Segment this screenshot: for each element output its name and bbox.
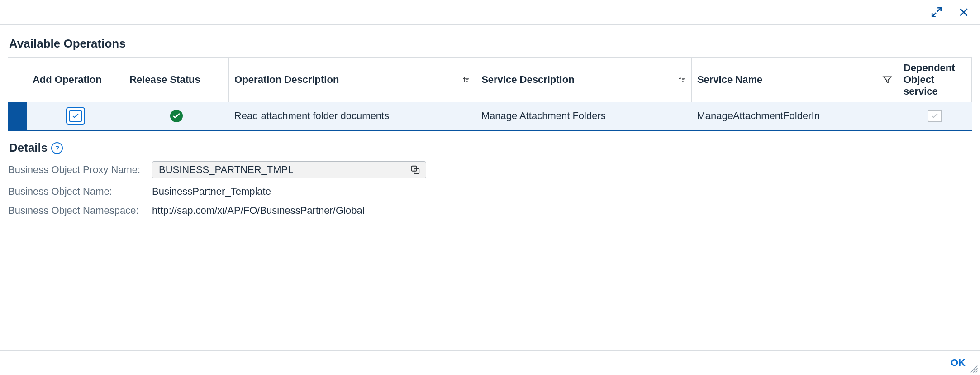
dialog: Available Operations Add Operation Relea…: [0, 0, 980, 375]
label-object-namespace: Business Object Namespace:: [8, 205, 144, 216]
row-selection-indicator[interactable]: [8, 102, 27, 130]
dialog-footer: OK: [0, 350, 980, 375]
col-release-status[interactable]: Release Status: [124, 58, 229, 102]
close-icon[interactable]: [957, 6, 970, 19]
cell-release-status: [124, 102, 229, 130]
value-object-namespace: http://sap.com/xi/AP/FO/BusinessPartner/…: [152, 205, 365, 216]
operations-table: Add Operation Release Status Operation D…: [8, 57, 972, 131]
col-select: [8, 58, 27, 102]
value-help-icon[interactable]: [409, 164, 421, 176]
col-dependent-object-service[interactable]: Dependent Object service: [898, 58, 971, 102]
col-operation-description[interactable]: Operation Description: [229, 58, 476, 102]
details-section-header: Details ?: [9, 141, 972, 155]
dialog-body: Available Operations Add Operation Relea…: [0, 25, 980, 350]
resize-handle[interactable]: [969, 364, 979, 374]
filter-icon[interactable]: [882, 75, 892, 85]
available-operations-title: Available Operations: [9, 37, 972, 51]
help-icon[interactable]: ?: [51, 142, 63, 154]
row-object-name: Business Object Name: BusinessPartner_Te…: [8, 186, 972, 197]
table-row[interactable]: Read attachment folder documents Manage …: [8, 102, 972, 130]
dependent-object-checkbox: [928, 110, 942, 122]
col-add-operation[interactable]: Add Operation: [27, 58, 124, 102]
cell-dependent-object: [898, 102, 971, 130]
label-object-name: Business Object Name:: [8, 186, 144, 197]
cell-service-description: Manage Attachment Folders: [476, 102, 692, 130]
cell-service-name: ManageAttachmentFolderIn: [691, 102, 898, 130]
col-service-description[interactable]: Service Description: [476, 58, 692, 102]
status-released-icon: [170, 110, 183, 122]
row-object-namespace: Business Object Namespace: http://sap.co…: [8, 205, 972, 216]
label-proxy-name: Business Object Proxy Name:: [8, 164, 144, 176]
value-object-name: BusinessPartner_Template: [152, 186, 271, 197]
cell-add-operation: [27, 102, 124, 130]
col-service-name[interactable]: Service Name: [691, 58, 898, 102]
sort-ascending-icon[interactable]: [678, 76, 686, 84]
value-proxy-name: BUSINESS_PARTNER_TMPL: [159, 164, 294, 176]
add-operation-checkbox[interactable]: [66, 107, 85, 125]
row-proxy-name: Business Object Proxy Name: BUSINESS_PAR…: [8, 161, 972, 178]
ok-button[interactable]: OK: [946, 354, 970, 371]
table-header-row: Add Operation Release Status Operation D…: [8, 58, 972, 102]
expand-icon[interactable]: [930, 6, 943, 19]
cell-operation-description: Read attachment folder documents: [229, 102, 476, 130]
dialog-header: [0, 0, 980, 25]
input-proxy-name[interactable]: BUSINESS_PARTNER_TMPL: [152, 161, 426, 178]
details-title: Details: [9, 141, 48, 155]
sort-ascending-icon[interactable]: [462, 76, 470, 84]
